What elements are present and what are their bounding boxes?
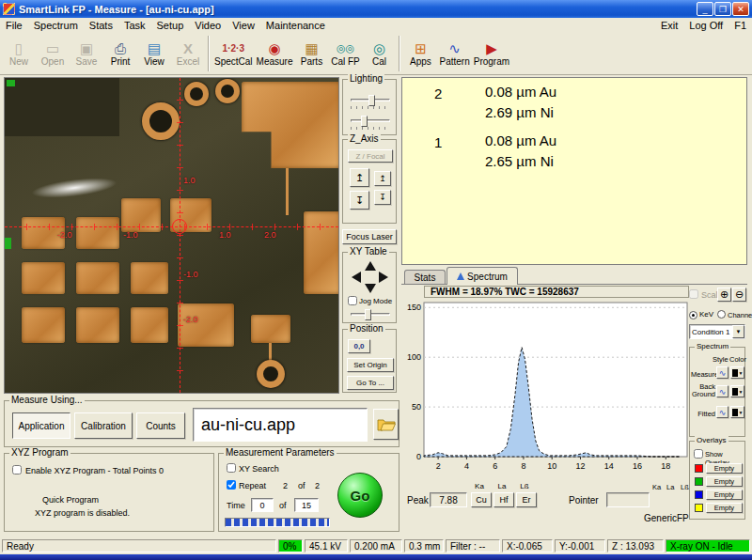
menu-item-maintenance[interactable]: Maintenance: [260, 19, 331, 32]
condition-dropdown-value: Condition 1: [690, 328, 732, 336]
open-application-button[interactable]: [373, 409, 399, 440]
jog-speed-slider[interactable]: [351, 313, 390, 316]
background-color-button[interactable]: ▼: [730, 385, 744, 397]
menu-item-task[interactable]: Task: [118, 19, 151, 32]
enable-xyz-label[interactable]: Enable XYZ Program - Total Points 0: [25, 466, 164, 475]
overlay-empty-button[interactable]: Empty: [706, 490, 743, 500]
go-button[interactable]: Go: [337, 473, 383, 518]
lighting-slider-2[interactable]: [351, 119, 390, 122]
element-hf-button[interactable]: Hf: [494, 492, 514, 507]
xy-search-checkbox[interactable]: [227, 463, 236, 473]
calibration-button[interactable]: Calibration: [74, 412, 133, 439]
time-current-field[interactable]: 0: [251, 498, 274, 512]
lighting-slider-1-thumb[interactable]: [368, 95, 375, 106]
line-header-lb: Lß: [514, 482, 535, 490]
enable-xyz-checkbox[interactable]: [12, 465, 22, 474]
menu-item-spectrum[interactable]: Spectrum: [28, 19, 84, 32]
z-up-button[interactable]: ↥: [350, 168, 369, 187]
time-total-field[interactable]: 15: [294, 498, 319, 512]
repeat-checkbox[interactable]: [227, 480, 236, 490]
measured-style-button[interactable]: ∿: [716, 366, 728, 379]
menu-item-file[interactable]: File: [0, 19, 28, 32]
menu-item-exit[interactable]: Exit: [655, 19, 683, 32]
repeat-label[interactable]: Repeat: [239, 481, 266, 490]
minimize-button[interactable]: _: [697, 2, 713, 16]
condition-dropdown[interactable]: Condition 1 ▼: [689, 324, 745, 339]
xy-right-button[interactable]: [379, 272, 388, 283]
overlay-color-swatch: [695, 477, 703, 486]
waveform-icon: ∿: [719, 408, 727, 417]
tab-stats[interactable]: Stats: [404, 270, 446, 285]
chevron-down-icon: ▼: [739, 410, 744, 415]
channels-radio[interactable]: [717, 310, 726, 319]
status-filter: Filter : --: [446, 539, 500, 552]
fitted-color-button[interactable]: ▼: [730, 406, 744, 418]
go-to-button[interactable]: Go To ...: [347, 376, 394, 390]
counts-button[interactable]: Counts: [136, 412, 185, 439]
menu-item-setup[interactable]: Setup: [151, 19, 190, 32]
position-group: Position 0,0 Set Origin Go To ...: [342, 329, 397, 393]
menu-item-view[interactable]: View: [227, 19, 260, 32]
application-filename-field[interactable]: au-ni-cu.app: [193, 408, 368, 442]
measured-color-button[interactable]: ▼: [730, 366, 744, 379]
slider-ticks: [351, 106, 390, 109]
kev-radio-label[interactable]: KeV: [699, 310, 713, 319]
menu-item-video[interactable]: Video: [189, 19, 227, 32]
toolbar-pattern-button[interactable]: ∿Pattern: [437, 35, 471, 72]
toolbar-print-button[interactable]: ⎙Print: [103, 35, 137, 72]
chevron-down-icon[interactable]: ▼: [732, 325, 744, 338]
toolbar-cal-button[interactable]: ◎Cal: [362, 35, 396, 72]
xy-down-button[interactable]: [365, 284, 376, 293]
close-button[interactable]: ✕: [732, 2, 749, 16]
element-cu-button[interactable]: Cu: [471, 492, 492, 507]
overlay-empty-button[interactable]: Empty: [706, 503, 743, 513]
zoom-in-button[interactable]: ⊕: [717, 288, 731, 302]
toolbar-calfp-button[interactable]: ◎◎Cal FP: [328, 35, 362, 72]
position-zero-button[interactable]: 0,0: [348, 339, 370, 353]
channels-radio-label[interactable]: Channels: [728, 311, 752, 319]
tab-spectrum[interactable]: Spectrum: [446, 267, 518, 285]
z-axis-group: Z_Axis Z / Focal ↥ ↧ ↥ ↧: [342, 139, 397, 224]
menu-item-logoff[interactable]: Log Off: [683, 19, 728, 32]
kev-radio[interactable]: [689, 311, 697, 319]
menu-item-f1[interactable]: F1: [728, 19, 752, 32]
tab-stats-label: Stats: [415, 272, 436, 283]
toolbar-measure-button[interactable]: ◉Measure: [255, 35, 295, 72]
toolbar-parts-button[interactable]: ▦Parts: [294, 35, 328, 72]
z-down-fine-button[interactable]: ↧: [374, 190, 391, 205]
jog-speed-slider-thumb[interactable]: [365, 309, 371, 320]
toolbar-program-button[interactable]: ▶Program: [472, 35, 511, 72]
lighting-slider-2-thumb[interactable]: [361, 116, 368, 127]
menu-item-stats[interactable]: Stats: [84, 19, 118, 32]
xy-search-label[interactable]: XY Search: [239, 464, 279, 474]
z-down-button[interactable]: ↧: [350, 191, 369, 210]
toolbar-apps-button[interactable]: ⊞Apps: [403, 35, 437, 72]
element-er-button[interactable]: Er: [516, 492, 537, 507]
z-up-fine-button[interactable]: ↥: [374, 171, 391, 186]
maximize-button[interactable]: ❐: [714, 2, 731, 16]
lighting-slider-1[interactable]: [351, 99, 390, 101]
grid-label: -1.0: [183, 270, 198, 279]
zoom-out-button[interactable]: ⊖: [732, 288, 746, 302]
camera-marker: [7, 80, 15, 86]
jog-mode-label[interactable]: Jog Mode: [359, 297, 392, 305]
lighting-group-title: Lighting: [348, 73, 384, 85]
camera-view[interactable]: -2.0 -1.0 1.0 2.0 1.0 -1.0 -2.0: [4, 77, 339, 394]
fitted-style-button[interactable]: ∿: [716, 406, 728, 418]
pcb-hole-ring: [257, 360, 285, 388]
set-origin-button[interactable]: Set Origin: [347, 358, 394, 372]
overlay-empty-button[interactable]: Empty: [706, 476, 743, 487]
focus-laser-button[interactable]: Focus Laser: [342, 229, 397, 244]
show-overlay-checkbox[interactable]: [694, 449, 703, 459]
xy-up-button[interactable]: [365, 261, 376, 271]
application-button[interactable]: Application: [12, 412, 70, 439]
svg-text:150: 150: [407, 303, 421, 312]
background-style-button[interactable]: ∿: [716, 385, 728, 397]
toolbar-spectcal-button[interactable]: 1·2·3SpectCal: [212, 35, 255, 72]
result-row-index: 1: [434, 134, 442, 150]
jog-mode-checkbox[interactable]: [348, 296, 357, 305]
toolbar-view-button[interactable]: ▤View: [137, 35, 171, 72]
toolbar-save-button: ▣Save: [70, 35, 103, 72]
overlay-empty-button[interactable]: Empty: [706, 463, 743, 474]
xy-left-button[interactable]: [352, 272, 361, 283]
